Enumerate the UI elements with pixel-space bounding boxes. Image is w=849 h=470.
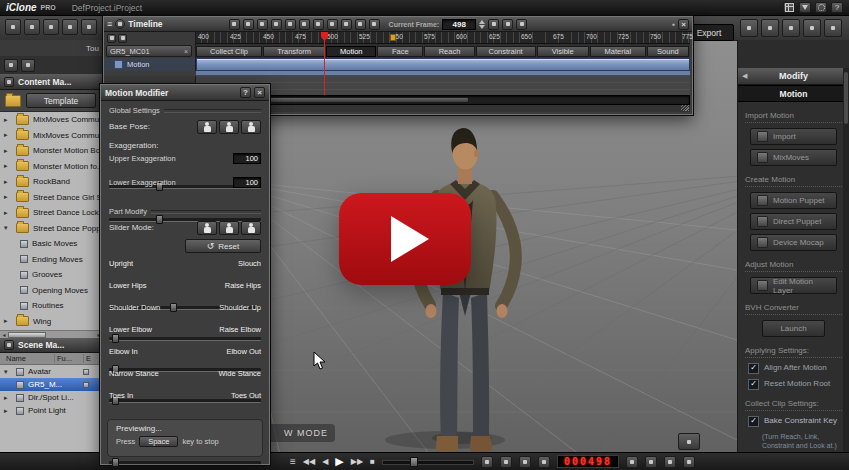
expander-icon[interactable]: ▸: [4, 178, 12, 186]
stance-slider[interactable]: [109, 458, 261, 467]
timeline-menu-icon[interactable]: ≡: [107, 19, 112, 29]
cut-clip-icon[interactable]: [271, 19, 282, 30]
frame-spinner[interactable]: [479, 20, 485, 29]
import-button[interactable]: Import: [750, 128, 837, 145]
download-icon[interactable]: [799, 2, 811, 13]
column-fu[interactable]: Fu...: [54, 354, 83, 363]
playlist-menu-icon[interactable]: ≡: [290, 456, 296, 467]
modify-header[interactable]: ◀ Modify: [738, 68, 849, 85]
tree-item[interactable]: ▸Monster Motion Bo...: [0, 143, 103, 159]
help-icon[interactable]: ?: [831, 2, 843, 13]
render-icon[interactable]: [824, 19, 842, 37]
go-to-start-icon[interactable]: ◀◀: [303, 457, 315, 466]
bake-checkbox[interactable]: ✓: [748, 416, 759, 427]
tree-item[interactable]: ▸Monster Motion fo...: [0, 159, 103, 175]
tree-subitem[interactable]: Grooves: [0, 267, 103, 283]
range-icon[interactable]: [519, 456, 531, 468]
step-back-icon[interactable]: ◀: [322, 457, 328, 466]
slider-thumb[interactable]: [112, 334, 119, 343]
scene-row-avatar[interactable]: ▾ Avatar: [0, 365, 103, 378]
actor-icon[interactable]: [740, 19, 758, 37]
stop-icon[interactable]: ■: [370, 457, 375, 466]
timeline-settings-icon[interactable]: [516, 19, 527, 30]
viewport-nav-widget[interactable]: [678, 433, 700, 450]
tree-item[interactable]: ▸MixMoves Commu...: [0, 112, 103, 128]
timeline-scrollbar[interactable]: [196, 95, 690, 105]
timeline-close-icon[interactable]: ×: [678, 19, 689, 30]
expander-icon[interactable]: ▸: [4, 407, 12, 415]
expander-icon[interactable]: ▾: [4, 368, 12, 376]
undo-icon[interactable]: [62, 19, 78, 35]
tab-transform[interactable]: Transform: [263, 46, 325, 57]
tab-visible[interactable]: Visible: [537, 46, 589, 57]
visibility-icon[interactable]: [83, 369, 89, 375]
youtube-play-button[interactable]: [339, 193, 471, 285]
split-clip-icon[interactable]: [285, 19, 296, 30]
visibility-icon[interactable]: [83, 382, 89, 388]
tree-item[interactable]: ▸Street Dance Girl Sty...: [0, 190, 103, 206]
content-tab-icon[interactable]: [4, 59, 18, 72]
range-marker[interactable]: [390, 34, 396, 41]
apps-grid-icon[interactable]: [783, 2, 795, 13]
motion-clip-bar[interactable]: [196, 58, 690, 71]
key-frame-icon[interactable]: [313, 19, 324, 30]
filter-tracks-icon[interactable]: [118, 34, 127, 43]
scene-manager-header[interactable]: Scene Ma...: [0, 338, 103, 353]
panel-scrollbar[interactable]: [843, 68, 849, 452]
key-icon[interactable]: [538, 456, 550, 468]
zoom-out-icon[interactable]: [341, 19, 352, 30]
tab-constraint[interactable]: Constraint: [476, 46, 536, 57]
scroll-thumb[interactable]: [8, 332, 46, 338]
scene-row-pointlight[interactable]: ▸ Point Light: [0, 404, 103, 417]
tab-face[interactable]: Face: [377, 46, 423, 57]
timeline-titlebar[interactable]: ≡ Timeline Current Frame: 498: [104, 17, 692, 32]
expander-icon[interactable]: ▸: [4, 317, 12, 325]
next-marker-icon[interactable]: [502, 19, 513, 30]
expander-icon[interactable]: ▸: [4, 209, 12, 217]
zoom-in-icon[interactable]: [327, 19, 338, 30]
tree-item[interactable]: ▸RockBand: [0, 174, 103, 190]
fullscreen-icon[interactable]: [683, 456, 695, 468]
device-mocap-button[interactable]: Device Mocap: [750, 234, 837, 251]
motion-modifier-titlebar[interactable]: Motion Modifier ? ×: [101, 85, 269, 101]
tab-material[interactable]: Material: [590, 46, 646, 57]
close-track-icon[interactable]: ×: [184, 48, 188, 55]
tree-item[interactable]: ▸MixMoves Commu...: [0, 128, 103, 144]
expander-icon[interactable]: ▸: [4, 193, 12, 201]
track-name-tab[interactable]: GR5_MC01 ×: [106, 45, 192, 57]
upper-exaggeration-value[interactable]: 100: [233, 153, 261, 164]
mode-upper-body-button[interactable]: [219, 221, 239, 235]
redo-icon[interactable]: [81, 19, 97, 35]
tree-subitem[interactable]: Routines: [0, 298, 103, 314]
time-mode-icon[interactable]: [626, 456, 638, 468]
save-project-icon[interactable]: [43, 19, 59, 35]
expander-icon[interactable]: ▸: [4, 147, 12, 155]
magnet-icon[interactable]: [299, 19, 310, 30]
library-tab-icon[interactable]: [21, 59, 35, 72]
track-label-cell[interactable]: Motion: [104, 58, 196, 71]
template-button[interactable]: Template: [26, 93, 96, 108]
help-icon[interactable]: ?: [240, 87, 251, 98]
reset-motion-root-row[interactable]: ✓ Reset Motion Root: [748, 379, 839, 390]
expander-icon[interactable]: ▸: [4, 131, 12, 139]
camera-switch-icon[interactable]: [664, 456, 676, 468]
pin-icon[interactable]: ▪: [672, 20, 675, 29]
align-after-motion-row[interactable]: ✓ Align After Motion: [748, 363, 839, 374]
remove-track-icon[interactable]: [257, 19, 268, 30]
column-e[interactable]: E: [83, 354, 91, 363]
tree-item[interactable]: ▸Wing: [0, 314, 103, 330]
scene-icon[interactable]: [782, 19, 800, 37]
current-frame-input[interactable]: 498: [442, 19, 476, 30]
expander-icon[interactable]: ▸: [4, 162, 12, 170]
open-project-icon[interactable]: [24, 19, 40, 35]
mixmoves-button[interactable]: MixMoves: [750, 149, 837, 166]
base-pose-stand-button[interactable]: [197, 120, 217, 134]
lower-exaggeration-value[interactable]: 100: [233, 177, 261, 188]
base-pose-current-button[interactable]: [219, 120, 239, 134]
scene-row-dirspot[interactable]: ▸ Dir./Spot Li...: [0, 391, 103, 404]
tree-subitem[interactable]: Ending Moves: [0, 252, 103, 268]
tree-item[interactable]: ▸Street Dance Lockin...: [0, 205, 103, 221]
tab-collect-clip[interactable]: Collect Clip: [196, 46, 262, 57]
tree-scrollbar[interactable]: ◂ ▸: [0, 330, 103, 338]
bake-constraint-row[interactable]: ✓ Bake Constraint Key: [748, 416, 839, 427]
